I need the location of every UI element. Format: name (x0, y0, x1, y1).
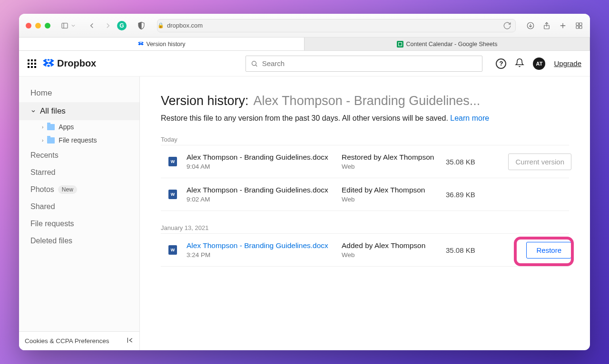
version-time: 9:04 AM (187, 163, 335, 170)
forward-button[interactable] (104, 21, 112, 30)
version-group-label: January 13, 2021 (161, 224, 569, 231)
svg-point-11 (252, 61, 256, 65)
learn-more-link[interactable]: Learn more (450, 114, 489, 122)
tab-label: Version history (147, 41, 186, 48)
lock-icon: 🔒 (157, 22, 164, 29)
header-right: ? AT Upgrade (496, 57, 581, 70)
version-name-column: Alex Thompson - Branding Guidelines.docx… (187, 186, 335, 203)
svg-line-12 (256, 65, 257, 66)
restore-button[interactable]: Restore (526, 242, 571, 259)
sidebar-item-label: Shared (30, 202, 55, 211)
search-box[interactable] (246, 56, 482, 72)
safari-toolbar: G 🔒 dropbox.com (19, 14, 590, 38)
word-doc-icon (166, 154, 180, 169)
nav-buttons (88, 21, 112, 30)
safari-window: G 🔒 dropbox.com Version history Content … (19, 14, 590, 350)
version-button-column: Restore (500, 242, 571, 259)
new-tab-button[interactable] (559, 21, 567, 30)
dropbox-logo[interactable]: Dropbox (43, 58, 96, 69)
sidebar-item-starred[interactable]: Starred (19, 164, 139, 181)
sidebar-item-home[interactable]: Home (19, 84, 139, 102)
svg-rect-0 (62, 23, 68, 28)
chevron-right-icon: › (42, 138, 43, 143)
back-button[interactable] (88, 21, 96, 30)
help-button[interactable]: ? (496, 58, 506, 69)
svg-rect-8 (580, 23, 582, 25)
version-filename[interactable]: Alex Thompson - Branding Guidelines.docx (187, 241, 335, 250)
version-action-column: Edited by Alex Thompson Web (342, 186, 439, 203)
upgrade-link[interactable]: Upgrade (554, 59, 581, 67)
sidebar-item-file-requests[interactable]: File requests (19, 215, 139, 232)
version-size: 35.08 KB (446, 158, 487, 166)
sidebar-item-label: Recents (30, 151, 59, 160)
version-source: Web (342, 163, 439, 170)
dropbox-icon (138, 41, 144, 47)
tab-strip: Version history Content Calendar - Googl… (19, 38, 590, 51)
version-name-column: Alex Thompson - Branding Guidelines.docx… (187, 241, 335, 259)
sidebar: Home All files › Apps › File requests Re… (19, 77, 140, 350)
version-list: Alex Thompson - Branding Guidelines.docx… (161, 233, 569, 267)
version-time: 3:24 PM (187, 251, 335, 259)
sidebar-footer: Cookies & CCPA Preferences (19, 331, 139, 350)
version-filename: Alex Thompson - Branding Guidelines.docx (187, 153, 335, 162)
sidebar-item-label: File requests (59, 136, 97, 144)
downloads-button[interactable] (526, 21, 535, 30)
page-title: Version history: Alex Thompson - Brandin… (161, 94, 569, 108)
sidebar-toggle-button[interactable] (60, 22, 76, 29)
grammarly-extension-icon[interactable]: G (117, 21, 127, 30)
shield-icon[interactable] (137, 21, 146, 30)
sidebar-subitem-file-requests[interactable]: › File requests (19, 134, 139, 147)
version-time: 9:02 AM (187, 196, 335, 203)
folder-icon (47, 124, 55, 130)
url-bar[interactable]: 🔒 dropbox.com (157, 19, 516, 32)
tab-version-history[interactable]: Version history (19, 38, 304, 50)
avatar[interactable]: AT (533, 57, 545, 70)
sidebar-item-recents[interactable]: Recents (19, 147, 139, 164)
title-prefix: Version history: (161, 94, 249, 108)
new-badge: New (58, 185, 77, 194)
sidebar-subitem-apps[interactable]: › Apps (19, 120, 139, 134)
sidebar-item-shared[interactable]: Shared (19, 198, 139, 215)
version-action-column: Restored by Alex Thompson Web (342, 153, 439, 170)
word-doc-icon (166, 243, 180, 257)
version-name-column: Alex Thompson - Branding Guidelines.docx… (187, 153, 335, 170)
chevron-down-icon (30, 108, 36, 114)
sidebar-item-label: Starred (30, 168, 55, 177)
reload-button[interactable] (503, 21, 511, 30)
tab-overview-button[interactable] (575, 21, 583, 30)
close-window-button[interactable] (26, 23, 31, 29)
app-header: Dropbox ? AT Upgrade (19, 51, 590, 77)
sidebar-item-label: Deleted files (30, 237, 72, 245)
toolbar-right (526, 21, 583, 30)
chevron-right-icon: › (42, 125, 43, 130)
notifications-button[interactable] (515, 58, 524, 69)
sidebar-item-photos[interactable]: Photos New (19, 181, 139, 198)
app-body: Home All files › Apps › File requests Re… (19, 77, 590, 350)
google-sheets-icon (397, 41, 403, 48)
tab-label: Content Calendar - Google Sheets (406, 41, 498, 48)
version-size: 36.89 KB (446, 191, 487, 199)
version-action: Edited by Alex Thompson (342, 186, 439, 194)
url-text: dropbox.com (167, 22, 203, 29)
collapse-sidebar-button[interactable] (126, 336, 134, 345)
sidebar-item-label: File requests (30, 220, 74, 228)
cookies-preferences-link[interactable]: Cookies & CCPA Preferences (25, 337, 109, 345)
window-controls (26, 23, 50, 29)
version-source: Web (342, 196, 439, 203)
minimize-window-button[interactable] (35, 23, 41, 29)
tab-content-calendar[interactable]: Content Calendar - Google Sheets (304, 38, 590, 50)
version-row: Alex Thompson - Branding Guidelines.docx… (161, 233, 569, 267)
search-icon (251, 60, 258, 67)
app-launcher-button[interactable] (28, 59, 36, 68)
brand-text: Dropbox (57, 58, 96, 69)
search-input[interactable] (262, 59, 478, 67)
page-subhead: Restore this file to any version from th… (161, 114, 569, 123)
version-row: Alex Thompson - Branding Guidelines.docx… (161, 145, 569, 178)
share-button[interactable] (542, 21, 551, 30)
sidebar-item-deleted-files[interactable]: Deleted files (19, 232, 139, 249)
svg-rect-10 (580, 26, 582, 28)
sidebar-item-all-files[interactable]: All files (19, 102, 139, 120)
version-row: Alex Thompson - Branding Guidelines.docx… (161, 178, 569, 211)
version-action-column: Added by Alex Thompson Web (342, 241, 439, 259)
fullscreen-window-button[interactable] (45, 23, 50, 29)
